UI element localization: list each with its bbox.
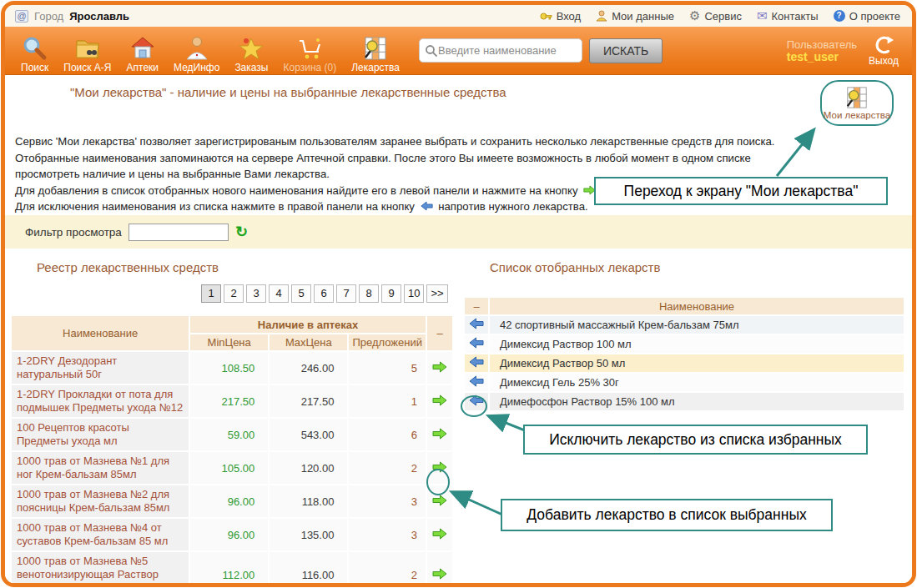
column-header-max-price: MaxЦена (270, 334, 347, 350)
table-row: Димексид Раствор 100 мл (465, 335, 904, 353)
add-to-list-button-highlighted[interactable] (427, 485, 452, 517)
add-to-list-button[interactable] (427, 419, 452, 450)
gear-icon (689, 8, 700, 23)
service-link[interactable]: Сервис (689, 8, 742, 23)
page-button[interactable]: 1 (201, 284, 221, 303)
medicine-name: 1000 трав от Мазнева №4 от суставов Крем… (12, 519, 189, 550)
contacts-link[interactable]: Контакты (757, 8, 819, 23)
page-button[interactable]: 5 (291, 284, 311, 303)
offers-count: 1 (349, 385, 426, 417)
remove-from-list-button-highlighted[interactable] (465, 393, 488, 410)
min-price: 59.00 (190, 419, 268, 450)
remove-from-list-button[interactable] (465, 316, 488, 334)
logout-label: Выход (869, 55, 899, 67)
toolbar-item-search-az[interactable]: Поиск А-Я (63, 28, 111, 73)
toolbar-item-search[interactable]: Поиск (21, 28, 48, 73)
page-button[interactable]: 4 (269, 284, 289, 303)
remove-from-list-button[interactable] (465, 335, 488, 353)
blue-arrow-icon (469, 337, 484, 349)
toolbar-item-pharmacies[interactable]: Аптеки (127, 28, 159, 73)
main-toolbar: Поиск Поиск А-Я Аптеки МедИнфо Заказы Ко… (5, 27, 912, 75)
content-area: "Мои лекарства" - наличие и цены на выбр… (5, 75, 912, 583)
about-label: О проекте (849, 10, 900, 23)
page-button[interactable]: 6 (314, 284, 334, 303)
cart-icon (296, 36, 323, 61)
table-row: 1-2DRY Прокладки от пота для подмышек Пр… (12, 385, 452, 417)
column-header-availability: Наличие в аптеках (190, 316, 426, 333)
max-price: 246.00 (270, 352, 347, 384)
login-link[interactable]: Вход (540, 10, 581, 23)
logout-button[interactable]: Выход (869, 35, 899, 67)
my-medicines-label: Мои лекарства (824, 110, 890, 120)
remove-from-list-button[interactable] (465, 374, 488, 391)
refresh-icon[interactable] (235, 224, 248, 239)
toolbar-label: Поиск (21, 62, 48, 73)
my-medicines-button[interactable]: Мои лекарства (820, 80, 894, 126)
page-button[interactable]: 2 (224, 284, 244, 303)
page-button[interactable]: 10 (404, 284, 424, 303)
table-row: 1000 трав от Мазнева №1 для ног Крем-бал… (12, 452, 452, 484)
blue-arrow-icon (469, 356, 484, 368)
add-to-list-button[interactable] (427, 452, 452, 484)
page-button[interactable]: 8 (359, 284, 379, 303)
star-icon (238, 36, 265, 61)
toolbar-label: Поиск А-Я (63, 62, 111, 73)
search-button[interactable]: ИСКАТЬ (589, 38, 663, 63)
add-to-list-button[interactable] (427, 552, 452, 587)
page-frame: Город Ярославль Вход Мои данные Сервис К… (1, 1, 916, 587)
callout-remove-medicine: Исключить лекарство из списка избранных (523, 425, 868, 455)
filter-input[interactable] (128, 224, 229, 241)
page-button-next[interactable]: >> (426, 284, 447, 303)
filter-label: Фильтр просмотра (25, 226, 122, 239)
offers-count: 2 (349, 552, 426, 587)
page-title: "Мои лекарства" - наличие и цены на выбр… (70, 85, 506, 99)
offers-count: 5 (349, 352, 426, 384)
table-row: Димефосфон Раствор 15% 100 мл (465, 393, 904, 410)
green-arrow-icon (432, 361, 447, 373)
search-input[interactable] (438, 44, 572, 57)
medicines-registry-table: Наименование Наличие в аптеках – MinЦена… (10, 314, 454, 587)
callout-goto-my-medicines: Переход к экрану "Мои лекарства" (594, 177, 888, 205)
remove-from-list-button[interactable] (465, 354, 488, 372)
max-price: 116.00 (270, 552, 347, 587)
blue-arrow-icon (469, 318, 484, 329)
site-icon (15, 10, 28, 23)
envelope-icon (757, 8, 768, 23)
page-button[interactable]: 9 (381, 284, 401, 303)
blue-arrow-icon (469, 375, 484, 387)
right-panel-heading: Список отобранных лекарств (490, 260, 660, 274)
min-price: 108.50 (190, 352, 268, 384)
toolbar-search (419, 38, 582, 63)
topbar: Город Ярославль Вход Мои данные Сервис К… (5, 5, 912, 27)
toolbar-label: Аптеки (127, 62, 159, 73)
add-to-list-button[interactable] (427, 519, 452, 550)
toolbar-item-orders[interactable]: Заказы (234, 28, 268, 73)
table-row: 1000 трав от Мазнева №5 венотонизирующая… (12, 552, 452, 587)
table-row: 42 спортивный массажный Крем-бальзам 75м… (465, 316, 904, 334)
description-line: Сервис 'Мои лекарства' позволяет зарегис… (15, 133, 818, 150)
table-row: Димексид Гель 25% 30г (465, 374, 904, 391)
toolbar-item-medinfo[interactable]: МедИнфо (174, 28, 219, 73)
medicine-name: 100 Рецептов красоты Предметы ухода мл (12, 419, 189, 450)
description-text: Для добавления в список отобранных новог… (15, 184, 577, 197)
column-header-action: – (465, 298, 488, 314)
my-data-link[interactable]: Мои данные (596, 10, 674, 23)
green-arrow-icon (432, 528, 447, 540)
annotation-arrow-add (452, 492, 502, 515)
login-label: Вход (557, 10, 581, 23)
toolbar-item-medicines[interactable]: Лекарства (351, 28, 400, 73)
help-icon (834, 10, 845, 22)
max-price: 118.00 (270, 485, 347, 517)
medicine-name: 42 спортивный массажный Крем-бальзам 75м… (490, 316, 904, 334)
about-link[interactable]: О проекте (834, 10, 900, 23)
topbar-links: Вход Мои данные Сервис Контакты О проект… (540, 8, 900, 23)
min-price: 105.00 (190, 452, 268, 484)
add-to-list-button[interactable] (427, 352, 452, 384)
logout-icon (874, 35, 894, 55)
magnifier-icon (23, 36, 48, 61)
toolbar-item-cart[interactable]: Корзина (0) (283, 28, 336, 73)
column-header-min-price: MinЦена (190, 334, 268, 350)
page-button[interactable]: 7 (336, 284, 356, 303)
add-to-list-button[interactable] (427, 385, 452, 417)
page-button[interactable]: 3 (246, 284, 266, 303)
